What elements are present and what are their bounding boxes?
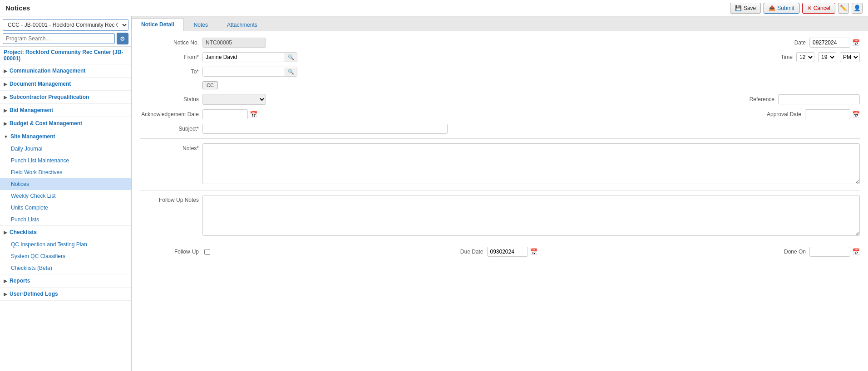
notes-label: Notes* bbox=[140, 145, 199, 151]
approval-date-input[interactable] bbox=[805, 109, 850, 119]
sidebar-item-document-management[interactable]: ▶ Document Management bbox=[0, 78, 131, 90]
from-input[interactable] bbox=[203, 53, 285, 62]
due-date-label: Due Date bbox=[452, 249, 483, 255]
sidebar-group-checklists: ▶ Checklists QC Inspection and Testing P… bbox=[0, 226, 131, 274]
date-input[interactable] bbox=[809, 38, 850, 48]
sidebar-item-reports[interactable]: ▶ Reports bbox=[0, 274, 131, 287]
sidebar-group-subcontractor-prequalification: ▶ Subcontractor Prequalification bbox=[0, 91, 131, 104]
reference-label: Reference bbox=[743, 96, 774, 103]
chevron-right-icon: ▶ bbox=[4, 230, 7, 235]
sidebar-item-field-work-directives[interactable]: Field Work Directives bbox=[0, 166, 131, 178]
chevron-right-icon: ▶ bbox=[4, 68, 7, 73]
sidebar-item-communication-management[interactable]: ▶ Communication Management bbox=[0, 64, 131, 77]
program-search-input[interactable] bbox=[3, 33, 115, 44]
edit-icon-button[interactable]: ✏️ bbox=[838, 3, 849, 14]
to-input[interactable] bbox=[203, 67, 285, 76]
sidebar-item-subcontractor-prequalification[interactable]: ▶ Subcontractor Prequalification bbox=[0, 91, 131, 103]
user-icon-button[interactable]: 👤 bbox=[852, 3, 863, 14]
tab-notes[interactable]: Notes bbox=[185, 18, 217, 31]
sidebar-item-punch-list-maintenance[interactable]: Punch List Maintenance bbox=[0, 155, 131, 166]
approval-date-label: Approval Date bbox=[756, 111, 801, 117]
sidebar-item-budget-cost-management[interactable]: ▶ Budget & Cost Management bbox=[0, 117, 131, 130]
submit-button[interactable]: 📤 Submit bbox=[764, 3, 799, 14]
notes-wrap: ⇘ bbox=[202, 143, 860, 186]
ack-date-input[interactable] bbox=[202, 109, 248, 119]
ack-date-wrap: 📅 bbox=[202, 109, 257, 119]
sidebar-group-communication-management: ▶ Communication Management bbox=[0, 64, 131, 78]
sidebar-project-label[interactable]: Project: Rockford Community Rec Center (… bbox=[0, 47, 131, 64]
form-area: Notice No. Date 📅 From* 🔍 Time bbox=[132, 31, 868, 371]
time-ampm-select[interactable]: AM PM bbox=[840, 52, 860, 62]
sidebar-item-notices[interactable]: Notices bbox=[0, 178, 131, 190]
sidebar-scroll: ▶ Communication Management ▶ Document Ma… bbox=[0, 64, 131, 371]
chevron-right-icon: ▶ bbox=[4, 121, 7, 126]
date-calendar-icon[interactable]: 📅 bbox=[852, 39, 860, 46]
notice-no-label: Notice No. bbox=[140, 39, 199, 46]
status-select[interactable] bbox=[202, 94, 266, 105]
gear-icon[interactable]: ⚙ bbox=[117, 33, 128, 44]
chevron-right-icon: ▶ bbox=[4, 108, 7, 113]
subject-label: Subject* bbox=[140, 126, 199, 132]
sidebar-item-punch-lists[interactable]: Punch Lists bbox=[0, 214, 131, 225]
cc-button[interactable]: CC bbox=[202, 81, 218, 89]
to-input-wrap: 🔍 bbox=[202, 67, 297, 77]
to-row: To* 🔍 bbox=[140, 67, 860, 77]
project-select[interactable]: CCC - JB-00001 - Rockford Community Rec … bbox=[3, 19, 128, 31]
save-button[interactable]: 💾 Save bbox=[730, 3, 761, 14]
tab-bar: Notice Detail Notes Attachments bbox=[132, 16, 868, 31]
tab-notice-detail[interactable]: Notice Detail bbox=[132, 18, 184, 31]
resize-handle-icon: ⇘ bbox=[856, 181, 859, 185]
time-label: Time bbox=[774, 54, 793, 60]
tab-attachments[interactable]: Attachments bbox=[218, 18, 266, 31]
sidebar-item-checklists[interactable]: ▶ Checklists bbox=[0, 226, 131, 239]
sidebar: CCC - JB-00001 - Rockford Community Rec … bbox=[0, 16, 132, 371]
date-input-wrap: 📅 bbox=[809, 38, 860, 48]
sidebar-item-bid-management[interactable]: ▶ Bid Management bbox=[0, 104, 131, 117]
toolbar-actions: 💾 Save 📤 Submit ✕ Cancel ✏️ 👤 bbox=[730, 3, 863, 14]
from-search-icon[interactable]: 🔍 bbox=[285, 53, 297, 62]
from-label: From* bbox=[140, 54, 199, 60]
follow-up-notes-textarea[interactable] bbox=[202, 195, 860, 236]
notice-no-input[interactable] bbox=[202, 38, 266, 48]
sidebar-group-reports: ▶ Reports bbox=[0, 274, 131, 288]
follow-up-label: Follow-Up bbox=[140, 249, 199, 255]
status-label: Status bbox=[140, 96, 199, 103]
sidebar-item-daily-journal[interactable]: Daily Journal bbox=[0, 143, 131, 155]
chevron-right-icon: ▶ bbox=[4, 82, 7, 87]
reference-input[interactable] bbox=[778, 94, 860, 104]
due-date-input[interactable] bbox=[487, 247, 528, 257]
cancel-button[interactable]: ✕ Cancel bbox=[802, 3, 835, 14]
approval-date-calendar-icon[interactable]: 📅 bbox=[852, 111, 860, 118]
sidebar-item-qc-inspection-testing-plan[interactable]: QC Inspection and Testing Plan bbox=[0, 239, 131, 250]
ack-date-calendar-icon[interactable]: 📅 bbox=[250, 111, 257, 118]
to-search-icon[interactable]: 🔍 bbox=[285, 68, 297, 76]
sidebar-item-weekly-check-list[interactable]: Weekly Check List bbox=[0, 190, 131, 202]
chevron-right-icon: ▶ bbox=[4, 278, 7, 283]
sidebar-item-system-qc-classifiers[interactable]: System QC Classifiers bbox=[0, 250, 131, 262]
sidebar-item-units-complete[interactable]: Units Complete bbox=[0, 202, 131, 214]
status-row: Status Reference bbox=[140, 94, 860, 105]
due-date-calendar-icon[interactable]: 📅 bbox=[530, 248, 538, 255]
time-hour-select[interactable]: 12 1234 5678 91011 bbox=[796, 52, 814, 62]
chevron-down-icon: ▼ bbox=[4, 134, 8, 139]
content-area: Notice Detail Notes Attachments Notice N… bbox=[132, 16, 868, 371]
to-label: To* bbox=[140, 68, 199, 75]
dates-row: Acknowledgement Date 📅 Approval Date 📅 bbox=[140, 109, 860, 119]
done-on-input[interactable] bbox=[809, 247, 850, 257]
chevron-right-icon: ▶ bbox=[4, 95, 7, 100]
follow-up-checkbox[interactable] bbox=[204, 249, 210, 255]
sidebar-group-bid-management: ▶ Bid Management bbox=[0, 104, 131, 117]
follow-up-row: Follow-Up Due Date 📅 Done On 📅 bbox=[140, 247, 860, 257]
done-on-calendar-icon[interactable]: 📅 bbox=[852, 248, 860, 255]
save-icon: 💾 bbox=[735, 5, 742, 11]
sidebar-item-checklists-beta[interactable]: Checklists (Beta) bbox=[0, 262, 131, 274]
subject-input[interactable] bbox=[202, 124, 448, 134]
divider-2 bbox=[140, 190, 860, 190]
approval-date-wrap: 📅 bbox=[805, 109, 860, 119]
subject-row: Subject* bbox=[140, 124, 860, 134]
notice-no-row: Notice No. Date 📅 bbox=[140, 38, 860, 48]
time-minute-select[interactable]: 00051015 19 20253035 40455055 bbox=[818, 52, 836, 62]
sidebar-item-site-management[interactable]: ▼ Site Management bbox=[0, 130, 131, 143]
notes-textarea[interactable] bbox=[202, 143, 860, 184]
sidebar-item-user-defined-logs[interactable]: ▶ User-Defined Logs bbox=[0, 288, 131, 300]
